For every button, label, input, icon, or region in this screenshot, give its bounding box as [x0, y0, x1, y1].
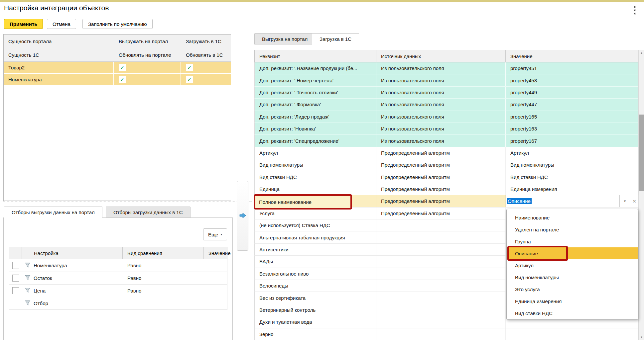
dropdown-item[interactable]: Вид ставки НДС: [507, 307, 638, 319]
scroll-down-icon[interactable]: ▼: [639, 334, 644, 340]
col-header-upload-to-portal: Выгружать на портал: [114, 35, 181, 48]
filter-row[interactable]: ЦенаРавно: [9, 285, 227, 297]
mapping-attribute-cell: Доп. реквизит: '.Название продукции (бе.…: [255, 62, 376, 74]
dropdown-item[interactable]: Это услуга: [507, 283, 638, 295]
mapping-source-cell: [376, 292, 506, 303]
filter-setting-cell: Отбор: [22, 297, 123, 309]
mapping-row[interactable]: Доп. реквизит: 'Лидер продаж'Из пользова…: [254, 111, 638, 123]
scroll-up-icon[interactable]: ▲: [639, 50, 644, 56]
tab-filters-load-to-1c[interactable]: Отборы загрузки данных в 1С: [106, 207, 191, 218]
mapping-source-cell: Предопределенный алгоритм: [376, 171, 506, 183]
filter-setting-label: Цена: [34, 288, 46, 294]
dropdown-item[interactable]: Наименование: [507, 212, 638, 223]
mapping-row[interactable]: Вид ставки НДСПредопределенный алгоритмВ…: [254, 171, 638, 183]
filter-setting-label: Номенклатура: [34, 263, 67, 268]
mapping-source-cell: Предопределенный алгоритм: [376, 147, 506, 159]
entity-table: Сущность портала Выгружать на портал Заг…: [3, 34, 231, 201]
filter-checkbox[interactable]: [12, 262, 19, 269]
mapping-source-cell: Предопределенный алгоритм: [376, 208, 506, 219]
mapping-source-cell: [376, 316, 506, 328]
integration-settings-window: Настройка интеграции объектов Применить …: [0, 0, 644, 340]
combo-dropdown-icon[interactable]: ▼: [619, 195, 630, 207]
dropdown-item[interactable]: Удален на портале: [507, 223, 638, 235]
combo-clear-icon[interactable]: ✕: [630, 195, 639, 207]
mapping-value-cell: Вид номенклатуры: [506, 159, 639, 171]
value-dropdown-list: НаименованиеУдален на порталеГруппаОписа…: [506, 209, 638, 320]
mapping-source-cell: [376, 231, 506, 243]
combo-selected-text: Описание: [507, 198, 532, 204]
checkbox-load-to-1c[interactable]: ✓: [186, 64, 193, 71]
mapping-attribute-cell: Вид ставки НДС: [255, 171, 376, 183]
mapping-value-text: property165: [506, 114, 537, 120]
filter-row[interactable]: НоменклатураРавно: [9, 259, 227, 272]
more-menu-icon[interactable]: [633, 6, 637, 14]
dropdown-item[interactable]: Артикул: [507, 259, 638, 271]
entity-table-row[interactable]: Товар2✓✓: [4, 62, 231, 74]
scrollbar-thumb[interactable]: [639, 115, 644, 191]
mapping-value-text: property449: [506, 90, 537, 95]
entity-name-cell: Номенклатура: [4, 74, 114, 86]
checkbox-upload-to-portal[interactable]: ✓: [119, 76, 126, 83]
mapping-row[interactable]: АртикулПредопределенный алгоритмАртикул: [254, 147, 638, 159]
dropdown-item[interactable]: Единица измерения: [507, 295, 638, 307]
checkbox-upload-to-portal[interactable]: ✓: [119, 64, 126, 71]
vertical-scrollbar[interactable]: ▲ ▼: [638, 50, 644, 340]
mapping-value-cell: [506, 328, 639, 340]
mapping-row[interactable]: Доп. реквизит: '.Точность отливки'Из пол…: [254, 87, 638, 99]
filter-checkbox[interactable]: [12, 275, 19, 282]
mapping-row[interactable]: Вид номенклатурыПредопределенный алгорит…: [254, 159, 638, 171]
dropdown-item[interactable]: Описание: [507, 247, 638, 259]
tab-filters-upload-to-portal[interactable]: Отборы выгрузки данных на портал: [4, 207, 102, 218]
mapping-attribute-cell: Антисептики: [255, 244, 376, 255]
filter-row[interactable]: Отбор: [9, 297, 227, 310]
mapping-attribute-cell: [255, 195, 376, 207]
mapping-row[interactable]: Предопределенный алгоритмОписание▼✕: [254, 195, 638, 207]
fill-default-button[interactable]: Заполнить по умолчанию: [82, 19, 153, 29]
mapping-value-cell: property447: [506, 99, 639, 110]
apply-button[interactable]: Применить: [4, 19, 43, 29]
mapping-value-cell: property163: [506, 123, 639, 134]
mapping-source-cell: Из пользовательского поля: [376, 87, 506, 98]
window-accent-strip: [0, 0, 644, 2]
mapping-row[interactable]: Доп. реквизит: 'Новинка'Из пользовательс…: [254, 123, 638, 135]
mapping-source-cell: [376, 328, 506, 340]
mapping-attribute-cell: Альтернативная табачная продукция: [255, 231, 376, 243]
filters-table-header: Настройка Вид сравнения Значение: [9, 247, 227, 259]
mapping-row[interactable]: Зерно: [254, 328, 638, 340]
mapping-table-header: Реквизит Источник данных Значение: [254, 50, 638, 62]
mapping-value-cell: property451: [506, 62, 639, 74]
entity-table-row[interactable]: Номенклатура✓✓: [4, 74, 231, 86]
tab-upload-to-portal[interactable]: Выгрузка на портал: [254, 33, 315, 44]
mapping-row[interactable]: Доп. реквизит: '.Название продукции (бе.…: [254, 62, 638, 74]
cancel-button[interactable]: Отмена: [47, 19, 76, 29]
mapping-attribute-cell: БАДы: [255, 256, 376, 267]
filter-icon: [25, 262, 31, 269]
mapping-attribute-cell: Вид номенклатуры: [255, 159, 376, 171]
mapping-row[interactable]: Доп. реквизит: 'Спецпредложение'Из польз…: [254, 135, 638, 147]
dropdown-item[interactable]: Группа: [507, 235, 638, 247]
mapping-attribute-cell: Артикул: [255, 147, 376, 159]
mapping-source-cell: Из пользовательского поля: [376, 111, 506, 123]
more-button-label: Еще: [208, 232, 218, 237]
mapping-row[interactable]: ЕдиницаПредопределенный алгоритмЕдиница …: [254, 183, 638, 195]
dropdown-item[interactable]: Вид номенклатуры: [507, 271, 638, 283]
mapping-row[interactable]: Доп. реквизит: '.Формовка'Из пользовател…: [254, 99, 638, 111]
checkbox-load-to-1c[interactable]: ✓: [186, 76, 193, 83]
more-button[interactable]: Еще ▾: [203, 228, 227, 240]
filters-table: Настройка Вид сравнения Значение Номенкл…: [9, 247, 227, 310]
filter-row[interactable]: ОстатокРавно: [9, 272, 227, 285]
mapping-source-cell: [376, 219, 506, 231]
filter-comparison-cell: Равно: [123, 285, 204, 297]
value-combo-input[interactable]: Описание▼✕: [506, 195, 639, 207]
mapping-row[interactable]: Доп. реквизит: '.Номер чертежа'Из пользо…: [254, 74, 638, 86]
filter-value-cell: [204, 272, 228, 284]
filter-value-cell: [204, 297, 228, 309]
col-header-data-source: Источник данных: [376, 50, 506, 62]
horizontal-splitter[interactable]: [3, 202, 252, 202]
filter-setting-cell: Цена: [22, 285, 123, 297]
filter-checkbox[interactable]: [12, 287, 19, 294]
entity-upload-cell: ✓: [114, 62, 181, 74]
transfer-button[interactable]: [237, 181, 248, 251]
tab-load-to-1c[interactable]: Загрузка в 1С: [312, 33, 359, 44]
mapping-attribute-cell: Вес из сертификата: [255, 292, 376, 303]
